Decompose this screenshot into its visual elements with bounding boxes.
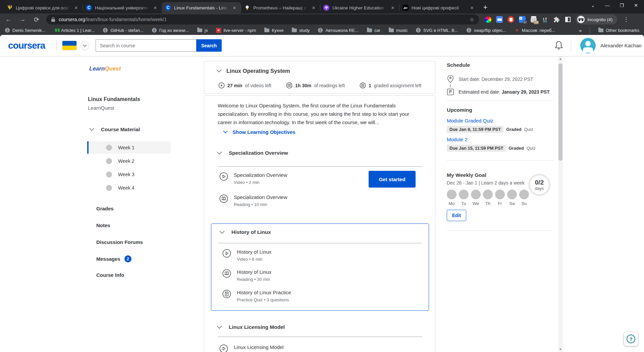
bookmark-folder[interactable]: music (388, 28, 408, 33)
avatar[interactable] (580, 38, 596, 53)
counter-extension-icon[interactable]: 67 (519, 16, 526, 23)
tab-digital-services[interactable]: Ѱ Цифрові сервіси для осві ✕ (3, 2, 83, 13)
sidebar-item-week2[interactable]: Week 2 (87, 155, 171, 167)
sidebar-item-notes[interactable]: Notes (96, 222, 110, 228)
minimize-button[interactable]: — (605, 3, 610, 8)
bookmark-item[interactable]: SVG в HTML. В... (416, 28, 458, 33)
forward-icon[interactable]: → (18, 16, 27, 23)
flag-chevron-button[interactable] (80, 41, 89, 50)
bookmark-item[interactable]: swap/flip objec... (466, 28, 506, 33)
tab-close-icon[interactable]: ✕ (469, 5, 475, 11)
bookmark-item[interactable]: GitHub - stefan... (103, 28, 143, 33)
page-scrollbar[interactable]: ▲ ▼ (558, 56, 563, 352)
bookmark-item[interactable]: ✳Массив: переб... (514, 28, 555, 33)
lesson-item[interactable]: Linux Licensing Model (219, 344, 283, 352)
sidebar-label: Grades (96, 206, 114, 211)
sidebar-item-week1[interactable]: Week 1 (87, 141, 171, 154)
bookmark-folder[interactable]: study (291, 28, 310, 33)
back-icon[interactable]: ← (4, 16, 13, 23)
sidebar-item-messages[interactable]: Messages 2 (96, 255, 131, 262)
bookmark-folder[interactable]: js (197, 28, 208, 33)
new-tab-button[interactable]: + (480, 2, 490, 12)
cookie-jar-extension-icon[interactable]: Off (530, 16, 537, 23)
coursera-logo[interactable]: coursera (8, 40, 45, 51)
scrollbar-thumb[interactable] (558, 63, 562, 161)
weekly-goal-subtitle: Dec 26 - Jan 1 | Learn 2 days a week (447, 180, 525, 186)
section-history-of-linux[interactable]: History of Linux (219, 229, 271, 235)
chevron-down-icon[interactable] (216, 69, 222, 73)
sidebar-item-course-info[interactable]: Course Info (96, 272, 124, 278)
bookmark-folder[interactable]: Кухня (264, 28, 283, 33)
sidebar-item-week3[interactable]: Week 3 (87, 168, 171, 181)
week-status-icon (106, 171, 112, 178)
lesson-item[interactable]: Specialization OverviewReading • 10 min (219, 194, 287, 207)
notification-bell-icon[interactable] (554, 40, 563, 50)
bookmark-star-icon[interactable]: ☆ (470, 16, 474, 23)
search-button[interactable]: Search (196, 39, 222, 52)
bookmarks-divider (590, 27, 590, 33)
tab-close-icon[interactable]: ✕ (73, 5, 79, 11)
tab-ukraine-higher-education[interactable]: Ѱ Ukraine Higher Education ✕ (320, 2, 399, 13)
history-of-linux-highlight-box: History of Linux History of LinuxVideo •… (211, 223, 429, 311)
lesson-item[interactable]: History of Linux PracticePractice Quiz •… (222, 290, 291, 302)
rail-divider (447, 101, 553, 101)
tab-digital-professions[interactable]: Дія Нові цифрові професії ✕ (399, 2, 478, 13)
scroll-down-arrow[interactable]: ▼ (558, 347, 563, 352)
show-learning-objectives-link[interactable]: Show Learning Objectives (223, 129, 296, 135)
user-name[interactable]: Alexander Kachan (600, 43, 642, 48)
course-material-toggle[interactable]: Course Material (89, 127, 140, 133)
incognito-badge[interactable]: Incognito (4) (576, 14, 617, 24)
sidebar-item-grades[interactable]: Grades (96, 206, 114, 211)
dark-reader-extension-icon[interactable] (564, 16, 572, 23)
section-specialization-overview[interactable]: Specialization Overview (217, 150, 288, 156)
lesson-meta: Practice Quiz • 3 questions (237, 297, 291, 302)
bookmark-item[interactable]: nlive-server - npm (216, 28, 256, 33)
color-wheel-extension-icon[interactable] (484, 16, 492, 23)
kind-label: Quiz (524, 127, 533, 132)
end-date-row: Estimated end date: January 29, 2023 PST (447, 88, 550, 96)
section-title: Linux Licensing Model (229, 324, 285, 330)
help-button[interactable]: ? (624, 332, 638, 346)
edit-goal-button[interactable]: Edit (447, 210, 466, 221)
chevron-down-icon[interactable]: ⌄ (638, 44, 641, 48)
sidebar-item-discussion-forums[interactable]: Discussion Forums (96, 239, 143, 245)
bookmark-folder[interactable]: car (367, 28, 380, 33)
get-started-button[interactable]: Get started (369, 171, 416, 188)
address-bar[interactable]: coursera.org/learn/linux-fundamentals/ho… (46, 14, 479, 24)
ruler-extension-icon[interactable] (496, 16, 503, 23)
sidebar-item-week4[interactable]: Week 4 (87, 182, 171, 194)
lesson-item[interactable]: History of LinuxVideo • 6 min (222, 249, 271, 262)
upcoming-link-module-graded-quiz[interactable]: Module Graded Quiz (447, 118, 493, 123)
tab-close-icon[interactable]: ✕ (231, 5, 237, 11)
bookmarks-overflow-icon[interactable]: » (579, 28, 582, 33)
tab-search-icon[interactable]: ⌄ (591, 3, 595, 8)
bookmark-item[interactable]: Articles 1 | Lear... (53, 28, 95, 33)
chrome-menu-icon[interactable]: ⋮ (621, 16, 631, 23)
lesson-item[interactable]: History of LinuxReading • 30 min (222, 269, 271, 282)
restore-button[interactable]: ❐ (620, 3, 624, 8)
welcome-text: Welcome to Linux Operating System, the f… (218, 101, 414, 127)
incognito-label: Incognito (4) (587, 17, 612, 22)
tab-close-icon[interactable]: ✕ (311, 5, 317, 11)
close-window-button[interactable]: ✕ (634, 3, 638, 8)
tab-close-icon[interactable]: ✕ (390, 5, 396, 11)
ukraine-flag-icon[interactable] (62, 41, 76, 50)
bookmark-item[interactable]: Год из жизни... (152, 28, 189, 33)
scroll-up-arrow[interactable]: ▲ (558, 56, 563, 61)
reload-icon[interactable]: ⟳ (32, 16, 41, 23)
bookmark-item[interactable]: Denis Semenik... (5, 28, 45, 33)
adblock-hand-extension-icon[interactable] (507, 16, 515, 23)
upcoming-link-module-2[interactable]: Module 2 (447, 137, 468, 142)
lesson-item[interactable]: Specialization OverviewVideo • 2 min (219, 172, 287, 185)
tab-close-icon[interactable]: ✕ (152, 5, 158, 11)
section-linux-licensing-model[interactable]: Linux Licensing Model (217, 324, 285, 330)
search-input[interactable] (96, 39, 196, 52)
other-bookmarks-button[interactable]: Other bookmarks (598, 28, 639, 33)
languagetool-extension-icon[interactable]: LT (541, 16, 549, 23)
extensions-puzzle-icon[interactable] (553, 16, 560, 23)
bookmarks-bar: Denis Semenik... Articles 1 | Lear... Gi… (0, 26, 644, 35)
tab-prometheus[interactable]: Prometheus – Найкращі о ✕ (241, 2, 320, 13)
tab-national-university[interactable]: C Національний університе ✕ (83, 2, 162, 13)
tab-linux-fundamentals-active[interactable]: C Linux Fundamentals - Linu ✕ (162, 2, 241, 13)
bookmark-item[interactable]: Автошкола RE... (318, 28, 359, 33)
